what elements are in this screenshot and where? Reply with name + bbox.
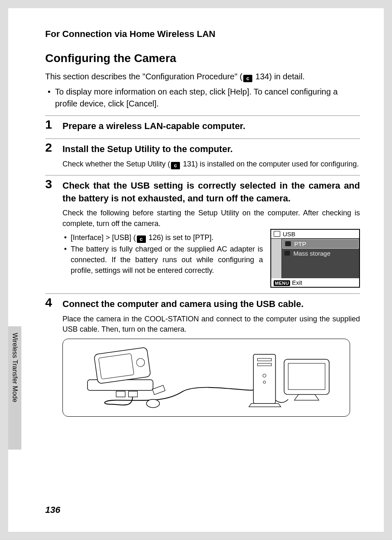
svg-rect-9: [258, 358, 272, 361]
section-tab-label: Wireless Transfer Mode: [8, 326, 18, 402]
svg-rect-10: [258, 363, 272, 366]
step-sub-bullets: [Interface] > [USB] (c 126) is set to [P…: [62, 232, 263, 276]
lcd-footer: MENUExit: [271, 278, 359, 287]
page-ref-icon: c: [171, 162, 180, 169]
lcd-item-mass-storage: Mass storage: [282, 249, 359, 258]
svg-rect-0: [88, 380, 153, 390]
sub-bullet: [Interface] > [USB] (c 126) is set to [P…: [62, 232, 263, 243]
lcd-item-ptp: PTP: [282, 239, 359, 249]
step-body: Check the following before starting the …: [62, 208, 360, 228]
svg-rect-5: [129, 391, 138, 397]
intro-bullet: To display more information on each step…: [45, 86, 360, 110]
connection-illustration: [62, 339, 350, 417]
svg-rect-14: [288, 363, 325, 390]
step-body: Check whether the Setup Utility (c 131) …: [62, 159, 360, 169]
svg-rect-2: [99, 353, 134, 379]
step-1: 1 Prepare a wireless LAN-capable compute…: [45, 115, 360, 138]
step-number: 4: [45, 295, 52, 309]
page-ref-icon: c: [243, 75, 252, 82]
step-heading: Prepare a wireless LAN-capable computer.: [62, 120, 360, 133]
page-title: Configuring the Camera: [45, 52, 360, 65]
step-heading: Install the Setup Utility to the compute…: [62, 143, 360, 156]
svg-point-11: [263, 374, 266, 377]
sub-bullet: The battery is fully charged or the supp…: [62, 244, 263, 276]
manual-page: For Connection via Home Wireless LAN Con…: [8, 8, 384, 532]
lcd-title: USB: [271, 230, 359, 239]
step-body: Place the camera in the COOL-STATION and…: [62, 314, 360, 335]
lcd-sidebar: [271, 239, 282, 278]
page-ref-icon: c: [137, 235, 146, 243]
step-4: 4 Connect the computer and camera using …: [45, 293, 360, 422]
menu-icon: MENU: [274, 280, 290, 286]
step-3: 3 Check that the USB setting is correctl…: [45, 175, 360, 293]
camera-lcd-mock: USB PTP Mass storage MENUExit: [270, 229, 360, 288]
step-2: 2 Install the Setup Utility to the compu…: [45, 138, 360, 175]
svg-rect-4: [116, 391, 125, 397]
running-header: For Connection via Home Wireless LAN: [45, 29, 360, 39]
step-number: 1: [45, 118, 52, 132]
step-number: 2: [45, 141, 52, 155]
svg-point-12: [263, 381, 266, 383]
intro-text: This section describes the "Configuratio…: [45, 71, 360, 83]
svg-rect-8: [254, 354, 276, 404]
section-tab: Wireless Transfer Mode: [8, 326, 21, 450]
step-heading: Connect the computer and camera using th…: [62, 298, 360, 311]
step-heading: Check that the USB setting is correctly …: [62, 180, 360, 205]
usb-connection-svg: [71, 343, 341, 413]
step-number: 3: [45, 177, 52, 191]
svg-point-6: [146, 399, 159, 408]
page-number: 136: [45, 505, 60, 515]
svg-rect-7: [152, 385, 165, 395]
